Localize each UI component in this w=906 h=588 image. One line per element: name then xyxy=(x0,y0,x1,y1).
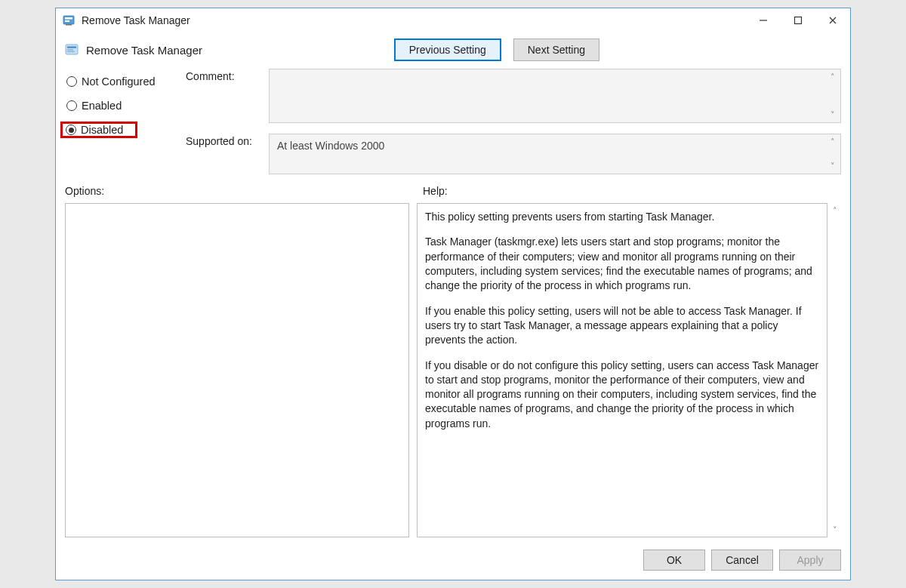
dialog-footer: OK Cancel Apply xyxy=(56,543,850,580)
previous-setting-button[interactable]: Previous Setting xyxy=(394,38,501,61)
policy-icon xyxy=(65,43,79,57)
ok-button[interactable]: OK xyxy=(643,550,705,571)
supported-on-field: At least Windows 2000 xyxy=(269,134,841,174)
svg-rect-7 xyxy=(67,49,73,51)
policy-name-heading: Remove Task Manager xyxy=(86,44,202,57)
settings-upper: Not Configured Enabled Disabled Comment:… xyxy=(56,69,850,180)
header-row: Remove Task Manager Previous Setting Nex… xyxy=(56,32,850,69)
radio-disabled[interactable]: Disabled xyxy=(60,122,137,138)
close-button[interactable] xyxy=(815,8,850,32)
options-section-label: Options: xyxy=(65,185,409,197)
policy-editor-window: Remove Task Manager Remove Task Manager … xyxy=(55,8,851,580)
svg-rect-3 xyxy=(66,24,72,26)
state-radio-group: Not Configured Enabled Disabled xyxy=(65,69,171,174)
chevron-down-icon[interactable]: ˅ xyxy=(827,161,838,171)
help-paragraph: This policy setting prevents users from … xyxy=(425,210,819,224)
chevron-up-icon[interactable]: ˄ xyxy=(829,205,841,217)
app-icon xyxy=(62,14,76,27)
help-pane: This policy setting prevents users from … xyxy=(417,203,827,537)
titlebar: Remove Task Manager xyxy=(56,8,850,32)
radio-label: Enabled xyxy=(82,100,122,112)
cancel-button[interactable]: Cancel xyxy=(711,550,773,571)
radio-icon xyxy=(66,100,77,111)
help-paragraph: Task Manager (taskmgr.exe) lets users st… xyxy=(425,235,819,293)
radio-enabled[interactable]: Enabled xyxy=(65,97,171,114)
radio-label: Disabled xyxy=(81,124,123,136)
svg-rect-6 xyxy=(67,47,76,48)
options-pane xyxy=(65,203,409,537)
lower-panes: This policy setting prevents users from … xyxy=(56,200,850,543)
meta-fields: Comment: ˄ ˅ Supported on: At least Wind… xyxy=(186,69,841,174)
svg-rect-1 xyxy=(65,17,72,20)
chevron-down-icon[interactable]: ˅ xyxy=(829,524,841,536)
chevron-up-icon[interactable]: ˄ xyxy=(827,137,838,147)
help-section-label: Help: xyxy=(423,185,841,197)
radio-label: Not Configured xyxy=(82,75,156,88)
next-setting-button[interactable]: Next Setting xyxy=(513,38,599,61)
help-paragraph: If you enable this policy setting, users… xyxy=(425,304,819,348)
comment-label: Comment: xyxy=(186,69,261,123)
section-labels: Options: Help: xyxy=(56,180,850,200)
maximize-button[interactable] xyxy=(781,8,815,32)
svg-rect-0 xyxy=(63,16,74,24)
comment-field[interactable] xyxy=(269,69,841,123)
radio-not-configured[interactable]: Not Configured xyxy=(65,73,171,90)
window-title: Remove Task Manager xyxy=(82,14,190,26)
svg-rect-2 xyxy=(65,20,69,22)
supported-on-label: Supported on: xyxy=(186,134,261,174)
radio-icon xyxy=(66,76,77,87)
svg-rect-8 xyxy=(67,51,75,53)
chevron-up-icon[interactable]: ˄ xyxy=(827,72,838,82)
radio-icon xyxy=(66,125,76,135)
apply-button[interactable]: Apply xyxy=(779,550,841,571)
help-paragraph: If you disable or do not configure this … xyxy=(425,359,819,432)
svg-rect-4 xyxy=(795,17,802,24)
chevron-down-icon[interactable]: ˅ xyxy=(827,109,838,120)
minimize-button[interactable] xyxy=(746,8,781,32)
